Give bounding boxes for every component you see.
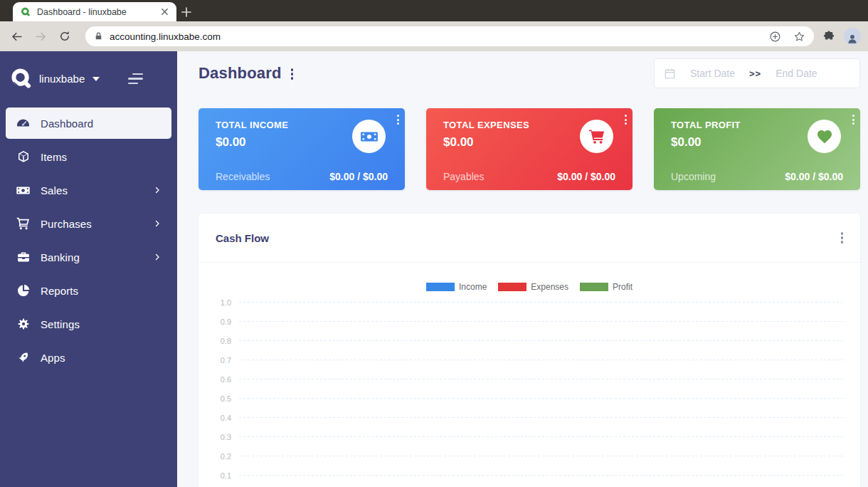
card-footer-label: Payables bbox=[443, 171, 485, 182]
legend-item-expenses[interactable]: Expenses bbox=[498, 282, 568, 292]
sidebar-item-label: Reports bbox=[41, 285, 78, 297]
cart-icon bbox=[580, 120, 613, 153]
gridline bbox=[239, 321, 843, 322]
extensions-puzzle-icon[interactable] bbox=[820, 27, 838, 46]
y-tick: 0.6 bbox=[199, 375, 231, 384]
y-tick: 0.7 bbox=[199, 356, 231, 365]
grid-row: 0.4 bbox=[199, 408, 860, 427]
grid-row: 0.5 bbox=[199, 389, 860, 408]
grid-row: 0.8 bbox=[199, 331, 860, 350]
card-footer-label: Receivables bbox=[216, 171, 270, 182]
company-switcher[interactable]: linuxbabe bbox=[39, 73, 85, 85]
calendar-icon bbox=[664, 68, 676, 80]
card-menu-icon[interactable] bbox=[625, 115, 627, 125]
gridline bbox=[239, 417, 843, 418]
cart-icon bbox=[588, 128, 605, 145]
reload-icon[interactable] bbox=[55, 27, 74, 46]
sidebar-item-purchases[interactable]: Purchases bbox=[6, 208, 171, 239]
grid-row: 0.9 bbox=[199, 312, 860, 331]
grid-row: 0.7 bbox=[199, 350, 860, 370]
tachometer-icon bbox=[16, 116, 31, 131]
y-tick: 0.9 bbox=[199, 318, 231, 326]
sidebar-item-label: Items bbox=[41, 151, 67, 163]
cube-icon bbox=[16, 150, 31, 164]
date-separator: >> bbox=[749, 68, 761, 79]
page-title: Dashboard bbox=[199, 64, 282, 83]
gridline bbox=[239, 360, 843, 360]
legend-label: Income bbox=[459, 282, 487, 292]
card-footer-value: $0.00 / $0.00 bbox=[329, 171, 388, 182]
sidebar-item-label: Dashboard bbox=[41, 117, 93, 130]
sidebar: linuxbabe Dashboard bbox=[0, 51, 177, 487]
expenses-swatch bbox=[498, 283, 526, 291]
gridline bbox=[239, 436, 843, 437]
sidebar-item-banking[interactable]: Banking bbox=[6, 241, 171, 273]
new-tab-button[interactable] bbox=[176, 2, 196, 21]
y-tick: 0.1 bbox=[199, 471, 231, 480]
browser-tab[interactable]: Dashboard - linuxbabe bbox=[13, 2, 176, 21]
gridline bbox=[239, 340, 843, 341]
card-footer-value: $0.00 / $0.00 bbox=[785, 171, 843, 182]
zoom-page-icon[interactable] bbox=[769, 31, 781, 43]
heart-icon bbox=[808, 120, 841, 153]
grid-row: 0.1 bbox=[199, 466, 860, 485]
chart-grid: 1.0 0.9 0.8 0.7 0.6 0.5 0.4 0.3 0.2 0.1 bbox=[199, 293, 860, 485]
forward-icon[interactable] bbox=[31, 27, 50, 46]
date-range-filter[interactable]: Start Date >> End Date bbox=[654, 58, 860, 88]
main-content: Dashboard Start Date >> End Date TOTAL I… bbox=[177, 51, 868, 487]
start-date-input[interactable]: Start Date bbox=[690, 68, 735, 79]
chevron-down-icon[interactable] bbox=[92, 77, 100, 81]
card-footer: Receivables $0.00 / $0.00 bbox=[216, 171, 388, 182]
bookmark-star-icon[interactable] bbox=[793, 31, 805, 43]
y-tick: 0.5 bbox=[199, 394, 231, 403]
chart-legend: Income Expenses Profit bbox=[199, 282, 860, 291]
card-footer-value: $0.00 / $0.00 bbox=[557, 171, 615, 182]
page-header: Dashboard Start Date >> End Date bbox=[199, 58, 860, 88]
page-title-menu-icon[interactable] bbox=[291, 68, 293, 79]
y-tick: 0.4 bbox=[199, 414, 231, 422]
card-menu-icon[interactable] bbox=[852, 115, 854, 125]
y-tick: 0.2 bbox=[199, 452, 231, 461]
tab-title: Dashboard - linuxbabe bbox=[37, 7, 152, 17]
sidebar-item-label: Apps bbox=[41, 352, 65, 364]
gridline bbox=[239, 302, 843, 303]
sidebar-item-label: Sales bbox=[41, 184, 68, 197]
sidebar-item-sales[interactable]: Sales bbox=[6, 174, 171, 206]
chevron-right-icon bbox=[153, 253, 162, 261]
legend-item-profit[interactable]: Profit bbox=[580, 282, 633, 292]
tab-close-icon[interactable] bbox=[158, 6, 171, 19]
rocket-icon bbox=[16, 350, 31, 365]
grid-row: 1.0 bbox=[199, 293, 860, 312]
total-profit-card: TOTAL PROFIT $0.00 Upcoming $0.00 / $0.0… bbox=[654, 108, 860, 190]
cash-flow-header: Cash Flow bbox=[199, 214, 860, 263]
gridline bbox=[239, 475, 843, 476]
card-menu-icon[interactable] bbox=[397, 115, 399, 125]
grid-row: 0.3 bbox=[199, 427, 860, 446]
total-expenses-card: TOTAL EXPENSES $0.00 Payables $0.00 / $0… bbox=[426, 108, 633, 190]
lock-icon bbox=[94, 31, 103, 41]
sidebar-item-label: Settings bbox=[41, 318, 80, 330]
total-income-card: TOTAL INCOME $0.00 Receivables bbox=[199, 108, 405, 190]
legend-item-income[interactable]: Income bbox=[426, 282, 487, 292]
y-tick: 0.8 bbox=[199, 337, 231, 345]
end-date-input[interactable]: End Date bbox=[776, 68, 817, 79]
income-swatch bbox=[426, 283, 455, 291]
sidebar-item-items[interactable]: Items bbox=[6, 141, 171, 172]
sidebar-item-settings[interactable]: Settings bbox=[6, 308, 171, 340]
chevron-right-icon bbox=[153, 219, 162, 228]
browser-tab-strip: Dashboard - linuxbabe bbox=[0, 0, 868, 21]
url-bar[interactable]: accounting.linuxbabe.com bbox=[85, 26, 814, 46]
sidebar-item-dashboard[interactable]: Dashboard bbox=[6, 108, 171, 139]
profile-avatar[interactable] bbox=[844, 28, 861, 45]
back-icon[interactable] bbox=[7, 27, 26, 46]
sidebar-item-apps[interactable]: Apps bbox=[6, 342, 171, 373]
sidebar-toggle-icon[interactable] bbox=[128, 73, 143, 85]
sidebar-item-reports[interactable]: Reports bbox=[6, 275, 171, 306]
sidebar-menu: Dashboard Items bbox=[0, 106, 177, 377]
money-bill-icon bbox=[16, 183, 31, 198]
gear-icon bbox=[16, 317, 31, 332]
gridline bbox=[239, 379, 843, 379]
cash-flow-menu-icon[interactable] bbox=[841, 232, 843, 243]
money-bill-icon bbox=[352, 120, 386, 153]
legend-label: Expenses bbox=[531, 282, 568, 292]
